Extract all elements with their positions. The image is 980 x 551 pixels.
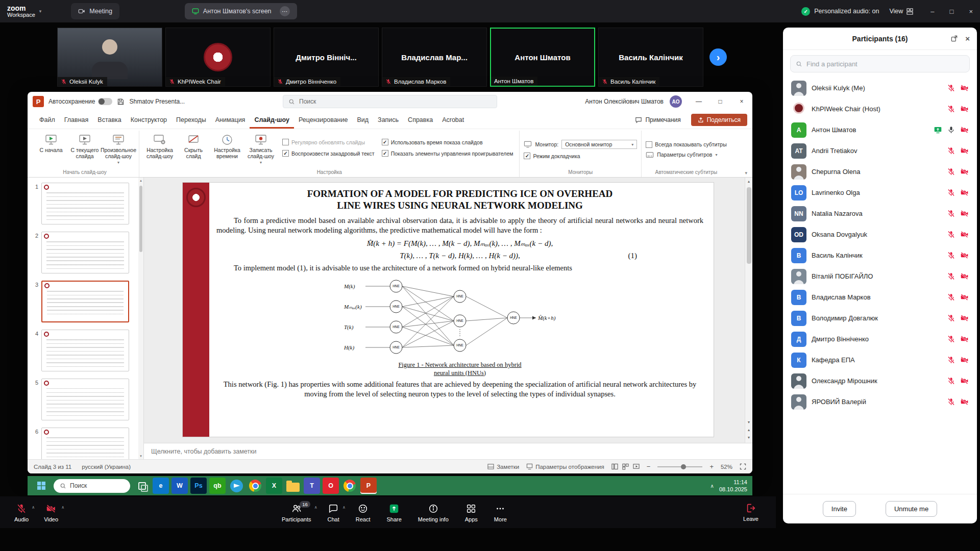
- menu-tab[interactable]: Файл: [35, 112, 60, 129]
- menu-tab[interactable]: Конструктор: [126, 112, 172, 129]
- participants-options-caret[interactable]: ∧: [314, 505, 317, 510]
- taskbar-app-icon[interactable]: [341, 478, 358, 494]
- account-avatar[interactable]: АО: [670, 95, 682, 108]
- menu-tab[interactable]: Рецензирование: [294, 112, 353, 129]
- slide-thumbnail[interactable]: 3: [31, 281, 136, 322]
- participant-row[interactable]: В Володимир Довгалюк: [783, 308, 977, 329]
- taskbar-app-icon[interactable]: P: [360, 478, 377, 494]
- slide-thumbnail[interactable]: 5: [31, 379, 136, 420]
- ribbon-checkbox[interactable]: Использ­овать время показа слайдов: [382, 139, 513, 145]
- slide-thumbnail[interactable]: 1: [31, 183, 136, 224]
- taskbar-search-input[interactable]: Поиск: [54, 479, 130, 493]
- meeting-info-button[interactable]: Meeting info: [412, 500, 455, 524]
- taskbar-app-icon[interactable]: O: [323, 478, 339, 494]
- taskbar-app-icon[interactable]: [134, 478, 150, 494]
- chat-options-caret[interactable]: ∧: [342, 505, 346, 510]
- monitor-dropdown[interactable]: Основной монитор ▾: [561, 140, 637, 149]
- participant-row[interactable]: KhPIWeek Chair (Host): [783, 98, 977, 119]
- display-settings-button[interactable]: Параметры отображения: [526, 463, 604, 470]
- ribbon-checkbox[interactable]: Показать элементы управления проигрывате…: [382, 150, 513, 157]
- checkbox[interactable]: [524, 153, 530, 159]
- ppt-search-input[interactable]: Поиск: [283, 95, 497, 108]
- ribbon-collapse-button[interactable]: ▾: [745, 170, 747, 176]
- taskbar-app-icon[interactable]: qb: [209, 478, 226, 494]
- menu-tab[interactable]: Вставка: [93, 112, 126, 129]
- participant-row[interactable]: Oleksii Kulyk (Me): [783, 78, 977, 98]
- slide-paragraph-3[interactable]: This network (Fig. 1) has properties wit…: [216, 380, 703, 398]
- participant-row[interactable]: Chepurna Olena: [783, 161, 977, 182]
- figure-caption[interactable]: Figure 1 - Network architecture based on…: [216, 361, 703, 377]
- checkbox[interactable]: [646, 141, 652, 148]
- zoom-out-button[interactable]: −: [647, 463, 651, 470]
- react-button[interactable]: React: [350, 500, 377, 524]
- personalized-audio-status[interactable]: ✓ Personalized audio: on: [801, 7, 879, 16]
- always-show-captions-checkbox[interactable]: Всегда показывать субтитры: [646, 141, 727, 148]
- taskbar-app-icon[interactable]: [247, 478, 263, 494]
- slide-thumbnail[interactable]: 6: [31, 428, 136, 459]
- close-button[interactable]: ×: [969, 8, 973, 15]
- record-slideshow-button[interactable]: Записать слайд-шоу ▾: [244, 131, 277, 165]
- participant-row[interactable]: LO Lavrinenko Olga: [783, 182, 977, 203]
- zoom-slider[interactable]: [657, 466, 702, 467]
- checkbox[interactable]: [282, 139, 289, 145]
- leave-button[interactable]: Leave: [743, 496, 758, 528]
- scroll-up-icon[interactable]: ▴: [138, 179, 143, 183]
- view-button[interactable]: View: [889, 8, 913, 15]
- maximize-button[interactable]: □: [950, 8, 954, 15]
- presenter-mode-checkbox[interactable]: Режим докладчика: [524, 153, 580, 159]
- video-button[interactable]: ∧ Video: [38, 500, 64, 524]
- video-tile[interactable]: Антон Шматов Антон Шматов: [490, 28, 595, 87]
- participant-row[interactable]: NN Natalia Nazarova: [783, 203, 977, 224]
- close-panel-icon[interactable]: ×: [965, 34, 970, 43]
- tray-expand-icon[interactable]: ∧: [710, 483, 714, 489]
- taskbar-app-icon[interactable]: W: [172, 478, 188, 494]
- slideshow-view-button[interactable]: [633, 463, 640, 470]
- invite-button[interactable]: Invite: [823, 501, 856, 517]
- menu-tab[interactable]: Анимация: [211, 112, 250, 129]
- autosave-control[interactable]: Автосохранение: [48, 98, 112, 105]
- find-participant-input[interactable]: Find a participant: [790, 55, 970, 72]
- taskbar-clock[interactable]: 11:14 08.10.2025: [719, 479, 747, 493]
- zoom-percentage[interactable]: 52%: [721, 464, 732, 470]
- participant-row[interactable]: В Василь Калінчик: [783, 245, 977, 266]
- participants-button[interactable]: ∧ 16 Participants: [276, 500, 317, 524]
- slide-title[interactable]: FORMATION OF A MODEL FOR PREDICTING ICE …: [216, 188, 703, 211]
- menu-tab[interactable]: Acrobat: [437, 112, 469, 129]
- thumbnails-scrollbar[interactable]: ▴ ▾: [138, 178, 143, 459]
- save-icon[interactable]: [117, 98, 125, 106]
- ribbon-checkbox[interactable]: Воспроизвести закадровый текст: [282, 150, 375, 157]
- unmute-me-button[interactable]: Unmute me: [886, 501, 937, 517]
- from-current-slide-button[interactable]: С текущего слайда: [68, 131, 101, 160]
- scroll-down-icon[interactable]: ▾: [748, 418, 750, 426]
- hide-slide-button[interactable]: Скрыть слайд: [177, 131, 210, 160]
- participant-row[interactable]: В Владислав Марков: [783, 287, 977, 308]
- checkbox[interactable]: [282, 150, 289, 157]
- formula-line-2[interactable]: T(k), … , T(k − d), H(k), … , H(k − d)),…: [216, 252, 703, 260]
- custom-slideshow-button[interactable]: Произвольное слайд-шоу ▾: [102, 131, 135, 165]
- system-tray[interactable]: ∧ 11:14 08.10.2025: [710, 479, 747, 493]
- ppt-maximize-button[interactable]: □: [709, 92, 731, 111]
- autosave-toggle[interactable]: [98, 98, 112, 105]
- participant-row[interactable]: OD Oksana Dovgalyuk: [783, 224, 977, 245]
- slide-sorter-view-button[interactable]: [622, 463, 629, 470]
- taskbar-app-icon[interactable]: X: [266, 478, 282, 494]
- previous-slide-button[interactable]: ▴: [748, 426, 750, 434]
- zoom-in-button[interactable]: +: [709, 463, 714, 470]
- participant-row[interactable]: Віталій ПОБІГАЙЛО: [783, 266, 977, 287]
- video-tile[interactable]: Oleksii Kulyk: [57, 28, 162, 87]
- document-title[interactable]: Shmatov Presenta...: [129, 98, 185, 105]
- chat-button[interactable]: ∧ Chat: [321, 500, 345, 524]
- slide-paragraph-2[interactable]: To implement model (1), it is advisable …: [216, 263, 703, 273]
- more-button[interactable]: More: [488, 500, 513, 524]
- menu-tab[interactable]: Запись: [373, 112, 403, 129]
- audio-options-caret[interactable]: ∧: [32, 505, 35, 510]
- checkbox[interactable]: [382, 150, 388, 157]
- slide-canvas[interactable]: FORMATION OF A MODEL FOR PREDICTING ICE …: [183, 183, 714, 437]
- participant-row[interactable]: К Кафедра ЕПА: [783, 349, 977, 370]
- notes-pane[interactable]: Щелкните, чтобы добавить заметки: [144, 443, 752, 459]
- taskbar-app-icon[interactable]: [285, 478, 301, 494]
- formula-line-1[interactable]: M̂(k + h) = F(M(k), … , M(k − d), Mₘₐₓ(k…: [216, 239, 703, 248]
- share-document-button[interactable]: Поделиться: [691, 114, 747, 126]
- participant-row[interactable]: ЯРОВИЙ Валерій: [783, 391, 977, 412]
- menu-tab[interactable]: Переходы: [172, 112, 211, 129]
